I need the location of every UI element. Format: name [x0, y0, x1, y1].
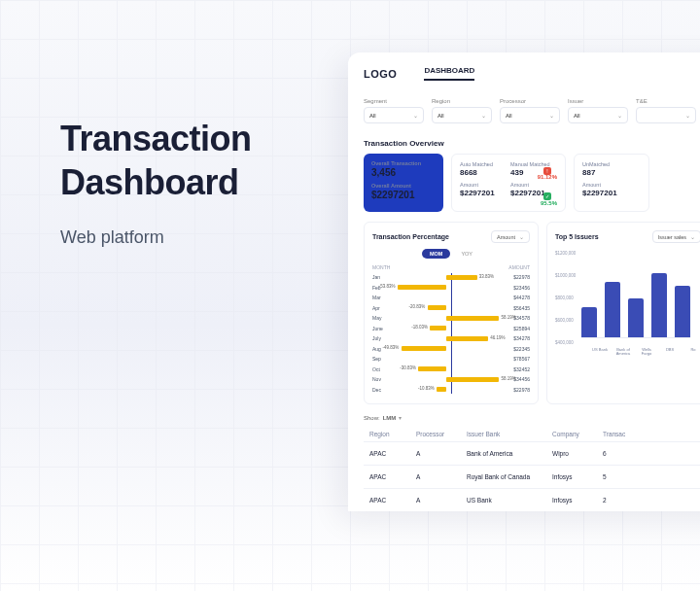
filter-issuer: Issuer All⌄: [568, 98, 628, 123]
chevron-down-icon: ⌄: [481, 112, 486, 119]
card-overall: Overall Transaction 3,456 Overall Amount…: [364, 154, 443, 212]
panel-transaction-percentage: Transaction Percentage Amount⌄ MOM YOY M…: [364, 222, 539, 404]
issuer-bar[interactable]: [605, 282, 620, 338]
overview-cards: Overall Transaction 3,456 Overall Amount…: [364, 154, 700, 212]
issuer-bar[interactable]: [628, 298, 644, 338]
filter-processor: Processor All⌄: [500, 98, 560, 123]
toggle-yoy[interactable]: YOY: [453, 249, 480, 259]
table-row[interactable]: APACARoyal Bank of CanadaInfosys5: [364, 465, 700, 488]
tab-dashboard[interactable]: DASHBOARD: [424, 66, 474, 81]
issuer-metric-select[interactable]: Issuer sales⌄: [652, 230, 700, 243]
chevron-down-icon: ▾: [399, 414, 402, 421]
panel-top-issuers: Top 5 Issuers Issuer sales⌄ $1200,000$10…: [546, 222, 700, 404]
issuer-bar[interactable]: [651, 273, 667, 338]
dashboard-app: LOGO DASHBOARD Segment All⌄ Region All⌄ …: [348, 52, 700, 511]
filter-processor-select[interactable]: All⌄: [500, 107, 560, 123]
logo: LOGO: [364, 68, 397, 80]
check-icon: ✓: [543, 192, 551, 200]
filter-segment-select[interactable]: All⌄: [364, 107, 424, 123]
chevron-down-icon: ⌄: [549, 112, 554, 119]
filter-t&e: T&E ⌄: [636, 98, 696, 123]
chevron-down-icon: ⌄: [519, 233, 524, 240]
hero-title: TransactionDashboard: [60, 117, 252, 204]
transactions-table: Show:LMM▾ Region Processor Issuer Bank C…: [364, 414, 700, 511]
chevron-down-icon: ⌄: [413, 112, 418, 119]
card-unmatched: UnMatched 887 Amount $2297201: [574, 154, 649, 212]
filter-region-select[interactable]: All⌄: [432, 107, 492, 123]
toggle-mom[interactable]: MOM: [422, 249, 450, 259]
chevron-down-icon: ⌄: [617, 112, 622, 119]
filter-region: Region All⌄: [432, 98, 492, 123]
table-mode-select[interactable]: Show:LMM▾: [364, 414, 700, 421]
card-matched: Auto Matched 8668 Amount $2297201 ! Manu…: [451, 154, 566, 212]
issuer-bar[interactable]: [675, 286, 690, 338]
chevron-down-icon: ⌄: [685, 112, 690, 119]
topbar: LOGO DASHBOARD: [364, 66, 700, 90]
hero: TransactionDashboard Web platform: [60, 117, 252, 248]
tp-metric-select[interactable]: Amount⌄: [491, 230, 530, 243]
chevron-down-icon: ⌄: [690, 233, 695, 240]
filter-issuer-select[interactable]: All⌄: [568, 107, 628, 123]
table-row[interactable]: APACAUS BankInfosys2: [364, 488, 700, 511]
overview-heading: Transaction Overview: [364, 139, 700, 148]
filter-segment: Segment All⌄: [364, 98, 424, 123]
hero-subtitle: Web platform: [60, 227, 252, 248]
filter-bar: Segment All⌄ Region All⌄ Processor All⌄ …: [364, 90, 700, 131]
filter-t&e-select[interactable]: ⌄: [636, 107, 696, 123]
issuer-bar[interactable]: [581, 307, 597, 338]
table-row[interactable]: APACABank of AmericaWipro6: [364, 441, 700, 465]
